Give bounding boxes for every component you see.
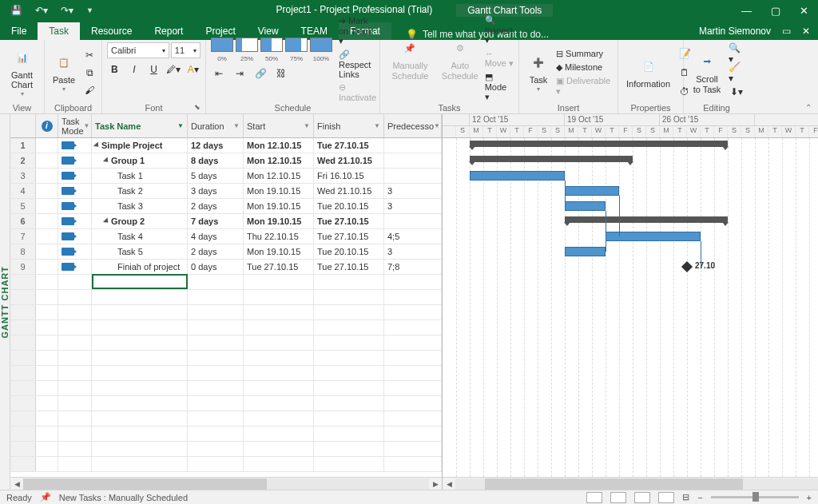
task-insert-button[interactable]: ➕Task▾ [524, 50, 553, 95]
table-row[interactable]: 5Task 32 daysMon 19.10.15Tue 20.10.153 [10, 199, 442, 214]
unlink-icon[interactable]: ⛓ [273, 65, 289, 81]
table-row[interactable]: 9Finiah of project0 daysTue 27.10.15Tue … [10, 260, 442, 275]
col-duration[interactable]: Duration▼ [188, 114, 244, 137]
table-row[interactable]: 8Task 52 daysMon 19.10.15Tue 20.10.153 [10, 244, 442, 260]
tab-task[interactable]: Task [38, 22, 80, 40]
pct-0-button[interactable] [211, 38, 233, 52]
view-mode-3[interactable] [634, 492, 650, 503]
task-mode-icon [62, 187, 74, 195]
table-row[interactable]: 1Simple Project12 daysMon 12.10.15Tue 27… [10, 138, 442, 153]
minimize-icon[interactable]: — [732, 2, 761, 20]
gantt-chart-button[interactable]: 📊Gantt Chart▾ [5, 45, 39, 100]
task-bar[interactable] [565, 201, 606, 211]
clear-icon[interactable]: 🧹▾ [729, 65, 745, 81]
window-restore-icon[interactable]: ▭ [782, 26, 791, 37]
summary-bar[interactable] [565, 216, 728, 223]
summary-bar[interactable] [470, 156, 633, 162]
manually-schedule-button[interactable]: 📌Manually Schedule [385, 35, 435, 81]
inspect-button[interactable]: 🔍 Inspect ▾ [485, 15, 514, 46]
link-icon[interactable]: 🔗 [252, 65, 268, 81]
save-icon[interactable]: 💾 [6, 3, 26, 18]
task-bar[interactable] [565, 186, 619, 196]
col-rownum[interactable] [10, 114, 36, 137]
zoom-slider[interactable] [711, 496, 799, 498]
window-close-icon[interactable]: ✕ [802, 26, 810, 37]
fill-color-button[interactable]: A▾ [185, 62, 201, 77]
font-name-select[interactable]: Calibri▾ [107, 42, 169, 58]
inactivate-button[interactable]: ⊖ Inactivate [339, 82, 376, 102]
move-button[interactable]: ↔ Move ▾ [485, 49, 514, 69]
tab-file[interactable]: File [0, 22, 38, 40]
maximize-icon[interactable]: ▢ [761, 2, 790, 20]
information-button[interactable]: 📄Information [623, 54, 673, 90]
col-indicators[interactable]: i [36, 114, 58, 137]
task-rows[interactable]: 1Simple Project12 daysMon 12.10.15Tue 27… [10, 138, 442, 477]
pin-icon[interactable]: 📌 [40, 492, 51, 502]
summary-bar[interactable] [470, 141, 728, 147]
user-name[interactable]: Martin Siemonov [699, 26, 771, 37]
find-icon[interactable]: 🔍▾ [729, 46, 745, 62]
close-icon[interactable]: ✕ [790, 2, 818, 20]
indent-icon[interactable]: ⇥ [232, 65, 248, 81]
fill-icon[interactable]: ⬇▾ [729, 84, 745, 100]
task-mode-icon [62, 248, 74, 256]
mode-button[interactable]: ⬒ Mode ▾ [485, 72, 514, 102]
format-painter-icon[interactable]: 🖌 [81, 82, 97, 98]
pct-50-button[interactable] [260, 38, 283, 52]
font-color-button[interactable]: 🖉▾ [166, 62, 181, 77]
ribbon-collapse-icon[interactable]: ⌃ [805, 103, 812, 112]
col-task-mode[interactable]: Task Mode▼ [58, 114, 92, 137]
paste-button[interactable]: 📋Paste▾ [50, 50, 78, 95]
task-mode-icon [62, 232, 74, 240]
task-mode-icon [62, 263, 74, 271]
task-mode-icon [62, 172, 74, 180]
table-row[interactable]: 2Group 18 daysMon 12.10.15Wed 21.10.15 [10, 153, 442, 169]
gantt-body[interactable]: 27.10 [443, 138, 818, 477]
status-newtasks[interactable]: New Tasks : Manually Scheduled [59, 493, 188, 502]
view-label-strip[interactable]: GANTT CHART [0, 114, 10, 490]
gantt-hscroll[interactable]: ◀ ▶ [443, 477, 818, 490]
respect-links-button[interactable]: 🔗 Respect Links [339, 50, 376, 79]
mark-on-track-button[interactable]: ➜ Mark on Track ▾ [339, 16, 376, 46]
pct-100-button[interactable] [310, 38, 332, 52]
zoom-in-icon[interactable]: + [807, 493, 812, 502]
deliverable-button[interactable]: ▣ Deliverable ▾ [556, 76, 613, 97]
table-row[interactable]: 6Group 27 daysMon 19.10.15Tue 27.10.15 [10, 214, 442, 229]
view-mode-4[interactable] [658, 492, 674, 503]
milestone-button[interactable]: ◆ Milestone [556, 62, 613, 73]
zoom-out-icon[interactable]: − [697, 493, 702, 502]
ribbon: 📊Gantt Chart▾ View 📋Paste▾ ✂ ⧉ 🖌 Clipboa… [0, 40, 818, 114]
font-size-select[interactable]: 11▾ [171, 42, 201, 58]
underline-button[interactable]: U [146, 62, 161, 77]
summary-button[interactable]: ⊟ Summary [556, 49, 613, 59]
task-mode-icon [62, 141, 74, 149]
bold-button[interactable]: B [107, 62, 122, 77]
col-predecessors[interactable]: Predecesso▼ [384, 114, 442, 137]
italic-button[interactable]: I [127, 62, 142, 77]
view-mode-2[interactable] [610, 492, 626, 503]
table-row[interactable]: 7Task 44 daysThu 22.10.15Tue 27.10.154;5 [10, 229, 442, 244]
zoom-fit-icon[interactable]: ⊟ [682, 492, 689, 502]
tab-resource[interactable]: Resource [80, 22, 143, 40]
scroll-to-task-button[interactable]: ⮕Scroll to Task [689, 49, 725, 95]
pct-25-button[interactable] [236, 38, 258, 52]
task-bar[interactable] [565, 247, 606, 256]
qat-customize-icon[interactable]: ▼ [82, 5, 97, 16]
auto-schedule-button[interactable]: ⚙Auto Schedule [439, 35, 482, 81]
pct-75-button[interactable] [285, 38, 308, 52]
table-row[interactable]: 4Task 23 daysMon 19.10.15Wed 21.10.153 [10, 184, 442, 199]
tab-report[interactable]: Report [143, 22, 194, 40]
table-hscroll[interactable]: ◀ ▶ [10, 477, 442, 490]
milestone-diamond[interactable] [681, 261, 693, 272]
cut-icon[interactable]: ✂ [81, 47, 97, 63]
redo-icon[interactable]: ↷▾ [57, 3, 77, 18]
task-bar[interactable] [470, 171, 565, 181]
undo-icon[interactable]: ↶▾ [31, 3, 52, 18]
table-row[interactable]: 3Task 15 daysMon 12.10.15Fri 16.10.15 [10, 169, 442, 184]
col-finish[interactable]: Finish▼ [314, 114, 384, 137]
view-mode-1[interactable] [586, 492, 602, 503]
col-start[interactable]: Start▼ [244, 114, 314, 137]
outdent-icon[interactable]: ⇤ [211, 65, 227, 81]
col-task-name[interactable]: Task Name▼ [92, 114, 188, 137]
copy-icon[interactable]: ⧉ [81, 65, 97, 81]
